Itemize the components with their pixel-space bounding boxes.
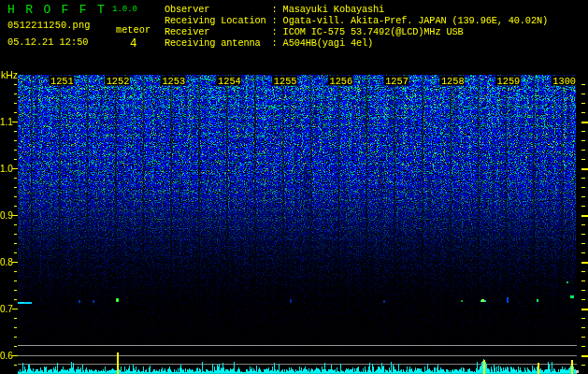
svg-text:1.0: 1.0 <box>0 164 13 174</box>
svg-text:1255: 1255 <box>274 76 297 87</box>
svg-text:1257: 1257 <box>385 76 409 87</box>
svg-text:1259: 1259 <box>497 76 521 87</box>
svg-text:0.9: 0.9 <box>0 210 13 221</box>
svg-text:0.8: 0.8 <box>0 257 13 267</box>
svg-text:kHz: kHz <box>1 69 18 80</box>
svg-text:1300: 1300 <box>552 76 576 87</box>
svg-text:1254: 1254 <box>218 76 241 87</box>
svg-text:0.7: 0.7 <box>0 304 13 314</box>
svg-text:1253: 1253 <box>162 76 185 87</box>
svg-text:0.6: 0.6 <box>0 351 13 361</box>
svg-text:1256: 1256 <box>329 76 352 87</box>
svg-text:1258: 1258 <box>441 76 465 87</box>
svg-text:1251: 1251 <box>50 76 74 87</box>
svg-text:1252: 1252 <box>107 76 130 87</box>
svg-text:1.1: 1.1 <box>0 117 13 127</box>
